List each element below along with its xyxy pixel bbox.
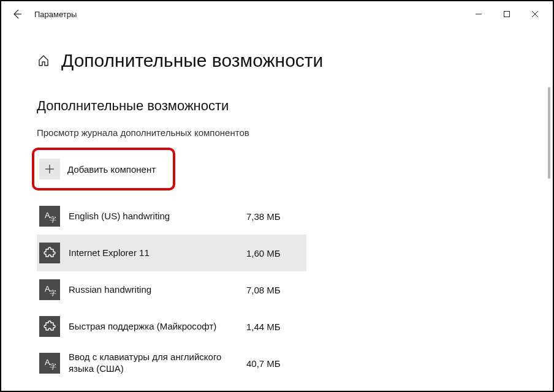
feature-name: Russian handwriting	[69, 284, 246, 296]
feature-item[interactable]: A字English (US) handwriting7,38 МБ	[37, 198, 306, 235]
puzzle-icon	[43, 246, 56, 260]
page-header: Дополнительные возможности	[37, 50, 517, 71]
svg-text:字: 字	[50, 363, 56, 370]
titlebar: Параметры	[1, 1, 553, 27]
feature-size: 1,60 МБ	[246, 248, 281, 258]
add-feature-button[interactable]: Добавить компонент	[37, 151, 306, 187]
feature-item[interactable]: Internet Explorer 111,60 МБ	[37, 235, 306, 271]
minimize-button[interactable]	[465, 2, 493, 26]
home-icon	[37, 55, 50, 67]
language-icon: A字	[42, 356, 57, 371]
svg-text:字: 字	[50, 216, 56, 223]
feature-name: English (US) handwriting	[69, 211, 246, 222]
plus-icon	[44, 164, 55, 175]
add-feature-label: Добавить компонент	[67, 164, 156, 175]
svg-rect-0	[504, 12, 510, 17]
content-area: Дополнительные возможности Дополнительны…	[1, 27, 553, 391]
page-title: Дополнительные возможности	[61, 50, 323, 71]
puzzle-icon	[43, 320, 56, 333]
language-icon-box: A字	[39, 279, 60, 300]
feature-name: Быстрая поддержка (Майкрософт)	[69, 321, 246, 333]
feature-name: Ввод с клавиатуры для английского языка …	[69, 352, 246, 375]
feature-size: 1,44 МБ	[246, 322, 281, 332]
svg-text:字: 字	[50, 289, 56, 296]
feature-list: A字English (US) handwriting7,38 МБInterne…	[37, 198, 306, 382]
language-icon-box: A字	[39, 353, 60, 374]
language-icon-box: A字	[39, 206, 60, 227]
language-icon: A字	[42, 282, 57, 297]
puzzle-icon-box	[39, 316, 60, 337]
minimize-icon	[475, 10, 482, 18]
scrollbar-thumb[interactable]	[548, 87, 550, 179]
window-controls	[465, 2, 549, 26]
home-button[interactable]	[37, 54, 50, 67]
feature-item[interactable]: A字Ввод с клавиатуры для английского язык…	[37, 345, 306, 382]
arrow-left-icon	[12, 9, 22, 19]
back-button[interactable]	[5, 2, 29, 26]
feature-size: 40,7 МБ	[246, 358, 281, 369]
close-icon	[531, 10, 539, 18]
section-title: Дополнительные возможности	[37, 98, 517, 114]
feature-size: 7,38 МБ	[246, 211, 281, 222]
maximize-button[interactable]	[493, 2, 521, 26]
plus-icon-box	[39, 159, 60, 179]
feature-name: Internet Explorer 11	[69, 247, 246, 259]
history-link[interactable]: Просмотр журнала дополнительных компонен…	[37, 127, 517, 138]
puzzle-icon-box	[39, 243, 60, 263]
feature-item[interactable]: Быстрая поддержка (Майкрософт)1,44 МБ	[37, 308, 306, 345]
feature-item[interactable]: A字Russian handwriting7,08 МБ	[37, 271, 306, 308]
close-button[interactable]	[521, 2, 549, 26]
feature-size: 7,08 МБ	[246, 285, 281, 295]
window-title: Параметры	[34, 10, 77, 19]
maximize-icon	[503, 10, 510, 18]
language-icon: A字	[42, 209, 57, 224]
